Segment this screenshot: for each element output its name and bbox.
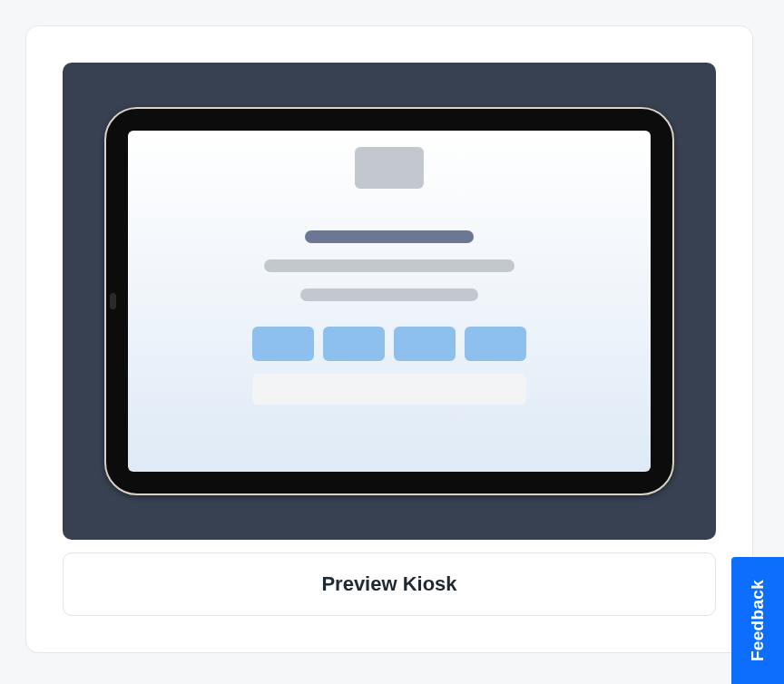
preview-kiosk-button[interactable]: Preview Kiosk bbox=[63, 552, 716, 616]
kiosk-skeleton-button bbox=[394, 327, 456, 361]
kiosk-skeleton-title bbox=[305, 230, 474, 243]
tablet-camera-icon bbox=[110, 293, 116, 309]
tablet-device-frame bbox=[104, 107, 674, 495]
preview-card: Preview Kiosk bbox=[25, 25, 753, 653]
feedback-tab-label: Feedback bbox=[748, 580, 768, 661]
preview-stage bbox=[63, 63, 716, 540]
kiosk-skeleton-button bbox=[323, 327, 385, 361]
kiosk-skeleton-button bbox=[252, 327, 314, 361]
kiosk-skeleton-button bbox=[465, 327, 526, 361]
kiosk-skeleton-input bbox=[252, 374, 526, 405]
kiosk-skeleton-button-row bbox=[252, 327, 526, 361]
kiosk-skeleton-subtitle-2 bbox=[300, 288, 478, 301]
kiosk-skeleton-subtitle-1 bbox=[264, 259, 514, 272]
feedback-tab[interactable]: Feedback bbox=[731, 557, 784, 684]
preview-kiosk-button-label: Preview Kiosk bbox=[321, 572, 456, 596]
kiosk-skeleton-logo bbox=[355, 147, 424, 189]
tablet-screen bbox=[128, 131, 651, 472]
